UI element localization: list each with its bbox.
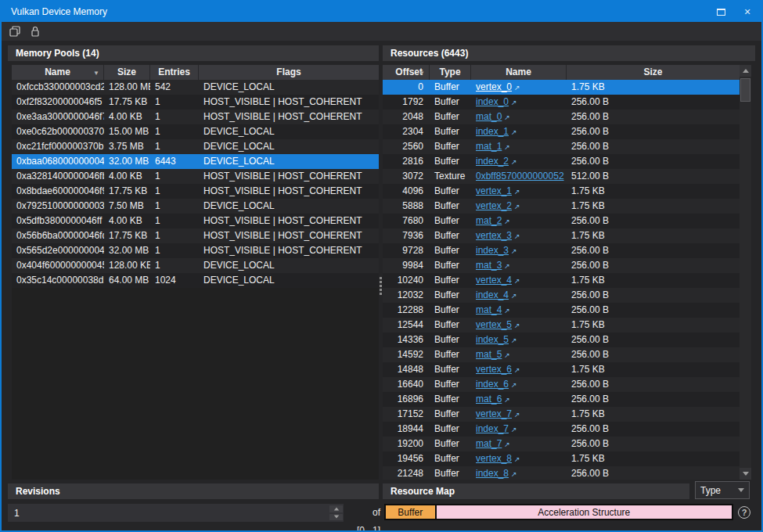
table-row[interactable]: 12544Buffervertex_5↗1.75 KB	[383, 318, 740, 332]
table-row[interactable]: 0xe3aa3000000046f74.00 KB1HOST_VISIBLE |…	[12, 110, 379, 124]
table-row[interactable]: 12288Buffermat_4↗256.00 B	[383, 303, 740, 318]
resource-link[interactable]: vertex_8	[476, 453, 512, 464]
resource-link[interactable]: index_8	[476, 468, 509, 479]
table-row[interactable]: 0xa3281400000046fb4.00 KB1HOST_VISIBLE |…	[12, 169, 379, 184]
table-row[interactable]: 7680Buffermat_2↗256.00 B	[383, 214, 740, 228]
close-button[interactable]: ✕	[738, 4, 757, 20]
revision-spinbox[interactable]: 1	[8, 504, 344, 522]
resource-link[interactable]: mat_1	[476, 141, 502, 152]
pool-entries-cell: 542	[150, 80, 199, 95]
table-row[interactable]: 0x404f600000000045128.00 KB1DEVICE_LOCAL	[12, 258, 379, 273]
column-header-flags[interactable]: Flags	[199, 65, 379, 80]
resource-link[interactable]: vertex_4	[476, 275, 512, 286]
column-header-name[interactable]: Name	[471, 65, 567, 80]
table-row[interactable]: 0x8bdae600000046f917.75 KB1HOST_VISIBLE …	[12, 184, 379, 199]
resource-link[interactable]: mat_0	[476, 111, 502, 122]
resource-link[interactable]: vertex_7	[476, 408, 512, 419]
table-row[interactable]: 21248Bufferindex_8↗256.00 B	[383, 466, 740, 480]
resource-link[interactable]: index_1	[476, 126, 509, 137]
revision-value[interactable]: 1	[8, 508, 329, 519]
resource-offset-cell: 18944	[383, 422, 430, 437]
resource-link[interactable]: index_4	[476, 289, 509, 300]
column-header-offset[interactable]: Offset▼	[383, 65, 430, 80]
table-row[interactable]: 14848Buffervertex_6↗1.75 KB	[383, 362, 740, 377]
resource-size-cell: 256.00 B	[567, 110, 740, 124]
table-row[interactable]: 0x79251000000000357.50 MB1DEVICE_LOCAL	[12, 199, 379, 214]
column-header-size[interactable]: Size	[567, 65, 740, 80]
resource-link[interactable]: mat_4	[476, 304, 502, 315]
resource-map-segment[interactable]: Acceleration Structure	[437, 505, 732, 519]
resource-link[interactable]: vertex_5	[476, 319, 512, 330]
table-row[interactable]: 17152Buffervertex_7↗1.75 KB	[383, 407, 740, 422]
table-row[interactable]: 19456Buffervertex_8↗1.75 KB	[383, 451, 740, 466]
resource-link[interactable]: vertex_6	[476, 364, 512, 375]
pool-name-cell: 0x56b6ba00000046fd	[12, 228, 104, 243]
resource-link[interactable]: 0xbff8570000000052	[476, 171, 564, 182]
column-header-name[interactable]: Name▼	[12, 65, 104, 80]
resource-link[interactable]: vertex_1	[476, 185, 512, 196]
spin-up-button[interactable]	[329, 505, 343, 512]
table-row[interactable]: 4096Buffervertex_1↗1.75 KB	[383, 184, 740, 199]
resource-map-mode-dropdown[interactable]: Type	[695, 481, 750, 499]
table-row[interactable]: 2304Bufferindex_1↗256.00 B	[383, 124, 740, 139]
table-row[interactable]: 14336Bufferindex_5↗256.00 B	[383, 332, 740, 347]
table-row[interactable]: 0x5dfb3800000046ff4.00 KB1HOST_VISIBLE |…	[12, 214, 379, 228]
table-row[interactable]: 0xbaa068000000004d32.00 MB6443DEVICE_LOC…	[12, 154, 379, 169]
scrollbar-thumb[interactable]	[740, 78, 750, 102]
resource-link[interactable]: vertex_3	[476, 230, 512, 241]
table-row[interactable]: 0x565d2e000000004b32.00 MB1HOST_VISIBLE …	[12, 243, 379, 258]
table-row[interactable]: 0xc21fcf000000370b3.75 MB1DEVICE_LOCAL	[12, 139, 379, 154]
table-row[interactable]: 14592Buffermat_5↗256.00 B	[383, 347, 740, 362]
titlebar[interactable]: Vulkan Device Memory ✕	[2, 2, 761, 22]
resources-scrollbar[interactable]	[740, 65, 751, 480]
table-row[interactable]: 19200Buffermat_7↗256.00 B	[383, 437, 740, 451]
table-row[interactable]: 2560Buffermat_1↗256.00 B	[383, 139, 740, 154]
column-header-type[interactable]: Type	[430, 65, 471, 80]
resource-link[interactable]: index_0	[476, 96, 509, 107]
table-row[interactable]: 2816Bufferindex_2↗256.00 B	[383, 154, 740, 169]
table-row[interactable]: 0xf2f83200000046f517.75 KB1HOST_VISIBLE …	[12, 95, 379, 110]
table-row[interactable]: 5888Buffervertex_2↗1.75 KB	[383, 199, 740, 214]
table-row[interactable]: 0x56b6ba00000046fd17.75 KB1HOST_VISIBLE …	[12, 228, 379, 243]
column-header-size[interactable]: Size	[104, 65, 150, 80]
table-row[interactable]: 12032Bufferindex_4↗256.00 B	[383, 288, 740, 303]
table-row[interactable]: 0x35c14c00000038d164.00 MB1024DEVICE_LOC…	[12, 273, 379, 288]
table-row[interactable]: 16896Buffermat_6↗256.00 B	[383, 392, 740, 407]
table-row[interactable]: 2048Buffermat_0↗256.00 B	[383, 110, 740, 124]
help-button[interactable]: ?	[738, 506, 750, 519]
resource-link[interactable]: index_2	[476, 156, 509, 167]
table-row[interactable]: 0xe0c62b000000370715.00 MB1DEVICE_LOCAL	[12, 124, 379, 139]
resource-link[interactable]: vertex_0	[476, 81, 512, 92]
resource-link[interactable]: mat_6	[476, 394, 502, 404]
resource-link[interactable]: vertex_2	[476, 200, 512, 211]
scroll-up-button[interactable]	[740, 65, 751, 77]
table-row[interactable]: 0xfccb330000003cd2128.00 MB542DEVICE_LOC…	[12, 80, 379, 95]
table-row[interactable]: 10240Buffervertex_4↗1.75 KB	[383, 273, 740, 288]
resource-map-segment[interactable]: Buffer	[386, 505, 437, 519]
scroll-down-button[interactable]	[740, 468, 751, 480]
spin-down-button[interactable]	[329, 514, 343, 521]
resource-link[interactable]: mat_7	[476, 438, 502, 449]
resource-link[interactable]: index_3	[476, 245, 509, 256]
duplicate-window-button[interactable]	[8, 24, 22, 38]
resource-link[interactable]: index_5	[476, 334, 509, 345]
resource-link[interactable]: index_7	[476, 423, 509, 434]
table-row[interactable]: 3072Texture0xbff8570000000052↗512.00 B	[383, 169, 740, 184]
table-row[interactable]: 18944Bufferindex_7↗256.00 B	[383, 422, 740, 437]
resource-map-bar: BufferAcceleration Structure	[384, 504, 733, 520]
resource-link[interactable]: mat_3	[476, 260, 502, 271]
table-row[interactable]: 16640Bufferindex_6↗256.00 B	[383, 377, 740, 392]
table-row[interactable]: 0Buffervertex_0↗1.75 KB	[383, 80, 740, 95]
column-header-entries[interactable]: Entries	[150, 65, 199, 80]
resource-link[interactable]: index_6	[476, 379, 509, 390]
pool-name-cell: 0xbaa068000000004d	[12, 154, 104, 169]
table-row[interactable]: 7936Buffervertex_3↗1.75 KB	[383, 228, 740, 243]
table-row[interactable]: 9728Bufferindex_3↗256.00 B	[383, 243, 740, 258]
resource-link[interactable]: mat_5	[476, 349, 502, 360]
resource-link[interactable]: mat_2	[476, 215, 502, 226]
maximize-button[interactable]	[711, 4, 730, 20]
lock-button[interactable]	[28, 24, 42, 38]
table-row[interactable]: 9984Buffermat_3↗256.00 B	[383, 258, 740, 273]
table-row[interactable]: 1792Bufferindex_0↗256.00 B	[383, 95, 740, 110]
pool-name-cell: 0x565d2e000000004b	[12, 243, 104, 258]
